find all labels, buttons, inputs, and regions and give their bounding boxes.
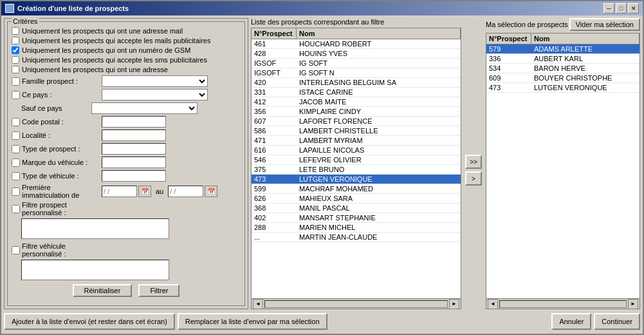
checkbox-sms-pub[interactable] <box>12 56 19 64</box>
add-one-button[interactable]: > <box>465 171 482 186</box>
add-to-list-button[interactable]: Ajouter à la liste d'envoi (et rester da… <box>4 313 175 330</box>
sel-num: 579 <box>486 44 531 53</box>
selection-row[interactable]: 609BOUYER CHRISTOPHE <box>486 73 639 83</box>
selection-list-scroll[interactable]: 579ADAMS ARLETTE336AUBERT KARL534BARON H… <box>486 44 639 298</box>
prospect-row[interactable]: 616LAPAILLE NICOLAS <box>252 146 461 155</box>
code-postal-checkbox[interactable] <box>12 118 20 126</box>
hscroll-right-arrow[interactable]: ► <box>449 299 459 309</box>
prospect-row[interactable]: 375LETE BRUNO <box>252 165 461 175</box>
filtre-prospect-checkbox[interactable] <box>12 205 20 213</box>
checkbox-mails-pub[interactable] <box>12 37 19 44</box>
famille-checkbox[interactable] <box>12 77 20 86</box>
prospects-list-title: Liste des prospects correspondant au fil… <box>251 18 461 26</box>
type-prospect-input[interactable] <box>102 143 166 155</box>
prospect-row[interactable]: 288MARIEN MICHEL <box>252 223 461 233</box>
replace-list-button[interactable]: Remplacer la liste d'envoi par ma sélect… <box>178 313 327 330</box>
hscroll-left-arrow[interactable]: ◄ <box>253 299 263 309</box>
ce-pays-checkbox[interactable] <box>12 91 20 99</box>
marque-checkbox[interactable] <box>12 158 20 167</box>
prospect-row[interactable]: IGSOFIG SOFT <box>252 59 461 68</box>
prospects-list-header: N°Prospect Nom <box>252 28 461 39</box>
marque-input[interactable] <box>102 157 166 168</box>
prospect-row[interactable]: 412JACOB MAITE <box>252 97 461 107</box>
prospect-row[interactable]: 471LAMBERT MYRIAM <box>252 136 461 146</box>
filtre-vehicule-textarea[interactable] <box>21 260 169 280</box>
date-to-input[interactable] <box>168 186 203 197</box>
sauf-pays-select[interactable] <box>91 102 198 114</box>
ce-pays-select[interactable] <box>102 89 208 100</box>
close-button[interactable]: ✕ <box>628 3 639 14</box>
sel-hscroll-track[interactable] <box>499 300 627 308</box>
prospects-hscrollbar[interactable]: ◄ ► <box>252 298 461 309</box>
filtre-vehicule-checkbox[interactable] <box>12 246 20 254</box>
filtre-prospect-textarea[interactable] <box>21 218 169 239</box>
selection-row[interactable]: 534BARON HERVE <box>486 64 639 73</box>
title-bar: Création d'une liste de prospects ─ □ ✕ <box>1 1 643 15</box>
sel-hscroll-left-arrow[interactable]: ◄ <box>488 299 498 309</box>
prospect-row[interactable]: 402MANSART STEPHANIE <box>252 213 461 223</box>
prospect-num: 607 <box>252 117 297 126</box>
prospect-name: MANIL PASCAL <box>297 204 461 213</box>
add-all-button[interactable]: >> <box>465 155 482 169</box>
selection-row[interactable]: 579ADAMS ARLETTE <box>486 44 639 54</box>
sel-num: 336 <box>486 54 531 63</box>
criteria-panel: Critères Uniquement les prospects qui on… <box>4 18 248 309</box>
prospect-row[interactable]: 428HOUINS YVES <box>252 49 461 59</box>
famille-select[interactable] <box>102 75 208 87</box>
prospect-row[interactable]: 546LEFEVRE OLIVIER <box>252 155 461 165</box>
content-area: Critères Uniquement les prospects qui on… <box>1 15 643 334</box>
checkbox-adresse-mail[interactable] <box>12 27 19 35</box>
prospect-name: INTERLEASING BELGUIM SA <box>297 78 461 87</box>
checkbox-label-2: Uniquement les prospects qui accepte les… <box>22 37 210 44</box>
cancel-button[interactable]: Annuler <box>551 313 591 330</box>
prospect-row[interactable]: 473LUTGEN VERONIQUE <box>252 175 461 184</box>
selection-hscrollbar[interactable]: ◄ ► <box>486 298 639 309</box>
immat-checkbox[interactable] <box>12 187 20 196</box>
prospect-row[interactable]: 586LAMBERT CHRISTELLE <box>252 126 461 136</box>
prospect-row[interactable]: IGSOFTIG SOFT N <box>252 68 461 78</box>
window-title: Création d'une liste de prospects <box>17 5 129 12</box>
type-vehicule-input[interactable] <box>102 170 166 182</box>
selection-row[interactable]: 473LUTGEN VERONIQUE <box>486 83 639 93</box>
prospect-row[interactable]: ...MARTIN JEAN-CLAUDE <box>252 233 461 242</box>
prospect-row[interactable]: 356KIMPLAIRE CINDY <box>252 107 461 117</box>
checkbox-row-1: Uniquement les prospects qui ont une adr… <box>12 27 241 35</box>
prospect-name: IG SOFT <box>297 59 461 68</box>
localite-checkbox[interactable] <box>12 131 20 140</box>
selection-row[interactable]: 336AUBERT KARL <box>486 54 639 64</box>
prospect-name: LAMBERT CHRISTELLE <box>297 126 461 135</box>
calendar-to-button[interactable]: 📅 <box>205 186 217 197</box>
checkbox-adresse[interactable] <box>12 66 19 73</box>
prospects-col-num-header: N°Prospect <box>252 28 297 39</box>
minimize-button[interactable]: ─ <box>603 3 614 14</box>
type-prospect-checkbox[interactable] <box>12 145 20 153</box>
calendar-from-button[interactable]: 📅 <box>138 186 151 197</box>
prospect-num: 368 <box>252 204 297 213</box>
sel-hscroll-right-arrow[interactable]: ► <box>628 299 638 309</box>
code-postal-input[interactable] <box>102 116 166 128</box>
selection-col-num-header: N°Prospect <box>486 34 531 44</box>
vider-button[interactable]: Vider ma sélection <box>569 18 640 31</box>
maximize-button[interactable]: □ <box>616 3 627 14</box>
code-postal-row: Code postal : <box>12 116 241 128</box>
prospect-row[interactable]: 626MAHIEUX SARA <box>252 194 461 204</box>
continue-button[interactable]: Continuer <box>594 313 640 330</box>
prospects-list-scroll[interactable]: 461HOUCHARD ROBERT428HOUINS YVESIGSOFIG … <box>252 39 461 298</box>
date-from-input[interactable] <box>102 186 137 197</box>
checkbox-label-5: Uniquement les prospects qui ont une adr… <box>22 66 168 73</box>
type-vehicule-checkbox[interactable] <box>12 172 20 180</box>
prospect-row[interactable]: 607LAFORET FLORENCE <box>252 117 461 126</box>
checkbox-label-4: Uniquement les prospects qui accepte les… <box>22 56 207 64</box>
prospect-num: 288 <box>252 223 297 232</box>
prospect-row[interactable]: 331ISTACE CARINE <box>252 88 461 97</box>
localite-input[interactable] <box>102 129 166 141</box>
checkbox-gsm[interactable] <box>12 46 19 54</box>
reinit-button[interactable]: Réinitialiser <box>73 284 133 297</box>
prospect-row[interactable]: 461HOUCHARD ROBERT <box>252 39 461 49</box>
filter-button[interactable]: Filtrer <box>138 284 179 297</box>
prospect-row[interactable]: 599MACHRAF MOHAMED <box>252 184 461 194</box>
bottom-right-buttons: Annuler Continuer <box>551 313 640 330</box>
prospect-row[interactable]: 420INTERLEASING BELGUIM SA <box>252 78 461 88</box>
hscroll-track[interactable] <box>264 300 448 308</box>
prospect-row[interactable]: 368MANIL PASCAL <box>252 204 461 213</box>
